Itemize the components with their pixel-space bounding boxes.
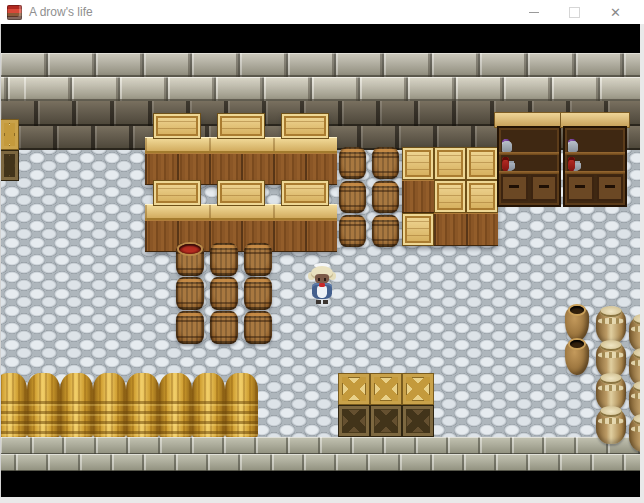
crate-front bbox=[466, 213, 498, 246]
crate-fronts bbox=[145, 220, 337, 252]
app-icon bbox=[7, 5, 22, 20]
drawer bbox=[567, 175, 594, 201]
window-border-left[interactable] bbox=[0, 24, 1, 497]
barrel bbox=[210, 277, 238, 310]
crate-band bbox=[145, 113, 337, 185]
gray-jar-icon bbox=[568, 141, 578, 152]
jar bbox=[596, 307, 626, 344]
maximize-icon bbox=[569, 7, 580, 18]
crate-lid bbox=[466, 180, 498, 213]
crate-front bbox=[402, 180, 434, 213]
xcrate-dark bbox=[0, 150, 19, 181]
barrel bbox=[339, 215, 366, 247]
barrel bbox=[372, 215, 399, 247]
hay bbox=[60, 373, 93, 437]
shelf bbox=[497, 112, 561, 207]
crate-lid bbox=[402, 213, 434, 246]
foot bbox=[323, 300, 328, 304]
close-icon: ✕ bbox=[610, 6, 621, 19]
wall-cap bbox=[0, 77, 640, 101]
barrel bbox=[210, 311, 238, 344]
crate-front bbox=[434, 213, 466, 246]
xcrate-dark bbox=[402, 405, 434, 437]
window-controls: ✕ bbox=[513, 0, 636, 24]
wall-low bbox=[0, 454, 640, 471]
maximize-button[interactable] bbox=[554, 0, 595, 24]
shelf-row-potions bbox=[565, 132, 625, 152]
shelf bbox=[563, 112, 627, 207]
barrel bbox=[372, 147, 399, 179]
game-viewport[interactable] bbox=[0, 24, 640, 497]
barrel bbox=[339, 181, 366, 213]
crate-lid bbox=[153, 113, 201, 139]
crate-grid bbox=[402, 147, 498, 247]
drawer bbox=[597, 175, 624, 201]
foot bbox=[316, 300, 321, 304]
crate-lid bbox=[217, 180, 265, 206]
barrel bbox=[176, 311, 204, 344]
shelf-board bbox=[499, 171, 559, 174]
hay bbox=[0, 373, 27, 437]
wall-cap bbox=[0, 53, 640, 77]
xcrate-dark bbox=[338, 405, 370, 437]
crate-lid bbox=[434, 147, 466, 180]
crate-lid bbox=[281, 113, 329, 139]
white-apron bbox=[317, 286, 327, 298]
game-window: A drow's life ✕ bbox=[0, 0, 644, 503]
crate-lid bbox=[217, 113, 265, 139]
barrel-open bbox=[176, 243, 204, 276]
shelf-body bbox=[563, 126, 627, 207]
xcrate-dark bbox=[370, 405, 402, 437]
barrel bbox=[244, 277, 272, 310]
hay bbox=[126, 373, 159, 437]
wall-low bbox=[0, 437, 640, 454]
window-border-bottom[interactable] bbox=[0, 497, 644, 503]
barrel bbox=[244, 243, 272, 276]
hay bbox=[225, 373, 258, 437]
minimize-button[interactable] bbox=[513, 0, 554, 24]
barrel bbox=[244, 311, 272, 344]
crate-shoulder bbox=[145, 204, 337, 220]
shelf-row-bowls-wine bbox=[499, 155, 559, 171]
hay bbox=[27, 373, 60, 437]
shelf-drawers bbox=[567, 175, 623, 203]
hay bbox=[192, 373, 225, 437]
red-bottle-icon bbox=[502, 157, 509, 171]
shelf-drawers bbox=[501, 175, 557, 203]
barrel bbox=[372, 181, 399, 213]
crate-band bbox=[145, 180, 337, 252]
hay bbox=[159, 373, 192, 437]
xcrate-light bbox=[402, 373, 434, 405]
crate-lid bbox=[153, 180, 201, 206]
crate-lid bbox=[281, 180, 329, 206]
xcrate-light bbox=[338, 373, 370, 405]
hay bbox=[93, 373, 126, 437]
drawer bbox=[531, 175, 558, 201]
red-bow bbox=[319, 283, 325, 287]
shelf-row-potions bbox=[499, 132, 559, 152]
window-border-right[interactable] bbox=[640, 24, 644, 503]
shelf-board bbox=[565, 171, 625, 174]
crate-lid bbox=[434, 180, 466, 213]
xcrate-light bbox=[370, 373, 402, 405]
barrel bbox=[339, 147, 366, 179]
window-title: A drow's life bbox=[29, 5, 513, 19]
window-titlebar: A drow's life ✕ bbox=[0, 0, 644, 24]
drawer bbox=[501, 175, 528, 201]
xcrate-light bbox=[0, 119, 19, 150]
barrel bbox=[210, 243, 238, 276]
barrel bbox=[176, 277, 204, 310]
shelf-body bbox=[497, 126, 561, 207]
minimize-icon bbox=[529, 12, 539, 13]
crate-shoulder bbox=[145, 137, 337, 153]
jar bbox=[596, 407, 626, 444]
crate-lid bbox=[402, 147, 434, 180]
red-bottle-icon bbox=[568, 157, 575, 171]
shelf-row-bowls-wine bbox=[565, 155, 625, 171]
close-button[interactable]: ✕ bbox=[595, 0, 636, 24]
character bbox=[308, 264, 336, 306]
crate-lid bbox=[466, 147, 498, 180]
gray-jar-icon bbox=[502, 141, 512, 152]
